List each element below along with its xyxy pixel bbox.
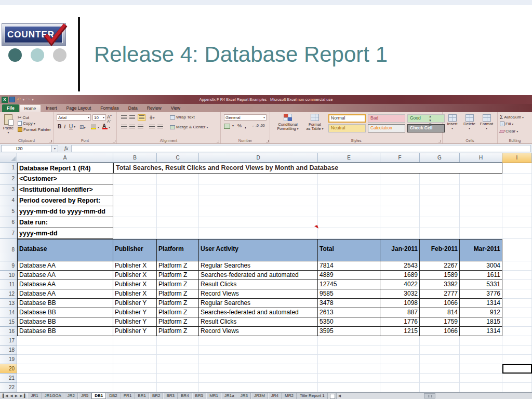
cell-C10[interactable]: Platform Z [157,271,199,280]
cell-A19[interactable] [17,355,113,364]
cell-B3[interactable] [113,184,157,195]
cell-H13[interactable]: 1314 [460,299,502,308]
conditional-formatting-button[interactable]: Conditional Formatting ▾ [274,114,301,131]
cell-I10[interactable] [502,271,532,280]
increase-decimal-button[interactable]: ←.0 [252,124,259,127]
cell-A9[interactable]: Database AA [17,261,113,271]
cell-A5[interactable]: yyyy-mm-dd to yyyy-mm-dd [17,206,113,217]
column-header-B[interactable]: B [113,153,157,163]
cell-F13[interactable]: 1098 [380,299,420,308]
cell-C17[interactable] [157,336,199,345]
cell-E18[interactable] [318,345,380,355]
cell-A11[interactable]: Database AA [17,280,113,289]
row-header-14[interactable]: 14 [0,308,17,317]
cell-C12[interactable]: Platform Z [157,289,199,299]
select-all-corner[interactable] [0,153,17,163]
formula-input[interactable] [71,145,531,152]
cell-A8[interactable]: Database [17,239,113,261]
cell-B1-report-title[interactable]: Total Searches, Result Clicks and Record… [113,163,502,174]
sheet-tab-mr1[interactable]: MR1 [206,393,221,399]
cell-D17[interactable] [199,336,318,345]
sheet-tab-title-report-1[interactable]: Title Report 1 [297,393,328,399]
cell-F14[interactable]: 887 [380,308,420,317]
cell-I1[interactable] [502,163,532,174]
cell-G6[interactable] [420,217,460,228]
cell-E10[interactable]: 4889 [318,271,380,280]
cell-F16[interactable]: 1215 [380,327,420,336]
cell-H10[interactable]: 1611 [460,271,502,280]
cell-I9[interactable] [502,261,532,271]
wrap-text-button[interactable]: Wrap Text [170,115,195,119]
bold-button[interactable]: B [58,124,61,129]
cell-G5[interactable] [420,206,460,217]
cell-B8[interactable]: Publisher [113,239,157,261]
cell-C15[interactable]: Platform Z [157,317,199,327]
cell-A15[interactable]: Database BB [17,317,113,327]
cell-B22[interactable] [113,383,157,392]
cell-E7[interactable] [318,228,380,239]
cell-I11[interactable] [502,280,532,289]
font-color-dropdown[interactable]: ▾ [109,125,110,129]
cell-C4[interactable] [157,195,199,206]
cell-F5[interactable] [380,206,420,217]
cell-E3[interactable] [318,184,380,195]
insert-function-button[interactable]: fx [64,145,68,151]
cell-I21[interactable] [502,374,532,383]
cell-G18[interactable] [420,345,460,355]
cell-D19[interactable] [199,355,318,364]
undo-icon[interactable]: ↶ [17,97,21,102]
scrollbar-handle[interactable] [424,393,435,398]
cell-B20[interactable] [113,364,157,374]
cut-button[interactable]: ✂Cut [18,115,29,120]
column-header-I[interactable]: I [502,153,532,163]
column-header-E[interactable]: E [318,153,380,163]
cell-D20[interactable] [199,364,318,374]
styles-dialog-launcher[interactable] [438,140,441,142]
align-center-button[interactable] [129,125,135,129]
cell-B17[interactable] [113,336,157,345]
cell-D7[interactable] [199,228,318,239]
align-right-button[interactable] [138,125,143,129]
orientation-button[interactable]: ⋕▾ [149,115,155,120]
underline-button[interactable]: U [69,124,73,129]
cell-H4[interactable] [460,195,502,206]
align-top-button[interactable] [121,115,127,120]
qat-customize-icon[interactable]: ▾ [32,98,34,102]
cell-C13[interactable]: Platform Z [157,299,199,308]
cell-G3[interactable] [420,184,460,195]
row-header-16[interactable]: 16 [0,327,17,336]
cell-H14[interactable]: 912 [460,308,502,317]
prev-sheet-icon[interactable]: ◀ [10,394,12,398]
cell-G12[interactable]: 2777 [420,289,460,299]
cell-A21[interactable] [17,374,113,383]
insert-cells-button[interactable]: Insert▾ [444,114,461,130]
cell-H19[interactable] [460,355,502,364]
cell-D14[interactable]: Searches-federated and automated [199,308,318,317]
cell-B9[interactable]: Publisher X [113,261,157,271]
cell-C2[interactable] [157,174,199,184]
cell-D11[interactable]: Result Clicks [199,280,318,289]
ribbon-tab-insert[interactable]: Insert [41,104,61,112]
cell-E20[interactable] [318,364,380,374]
cell-C14[interactable]: Platform Z [157,308,199,317]
cell-E19[interactable] [318,355,380,364]
cell-F2[interactable] [380,174,420,184]
ribbon-tab-home[interactable]: Home [19,104,42,112]
cell-B16[interactable]: Publisher Y [113,327,157,336]
cell-B2[interactable] [113,174,157,184]
row-header-5[interactable]: 5 [0,206,17,217]
cell-A4[interactable]: Period covered by Report: [17,195,113,206]
style-neutral[interactable]: Neutral [328,124,366,132]
align-left-button[interactable] [121,125,127,129]
cell-D13[interactable]: Regular Searches [199,299,318,308]
cell-E9[interactable]: 7814 [318,261,380,271]
cell-H22[interactable] [460,383,502,392]
cell-F18[interactable] [380,345,420,355]
fill-color-dropdown[interactable]: ▾ [98,125,99,129]
column-header-H[interactable]: H [460,153,502,163]
clipboard-dialog-launcher[interactable] [49,140,52,142]
cell-D21[interactable] [199,374,318,383]
sheet-nav-buttons[interactable]: ▌◀ ◀ ▶ ▶▐ [0,393,28,399]
cell-B15[interactable]: Publisher Y [113,317,157,327]
cell-A7[interactable]: yyyy-mm-dd [17,228,113,239]
